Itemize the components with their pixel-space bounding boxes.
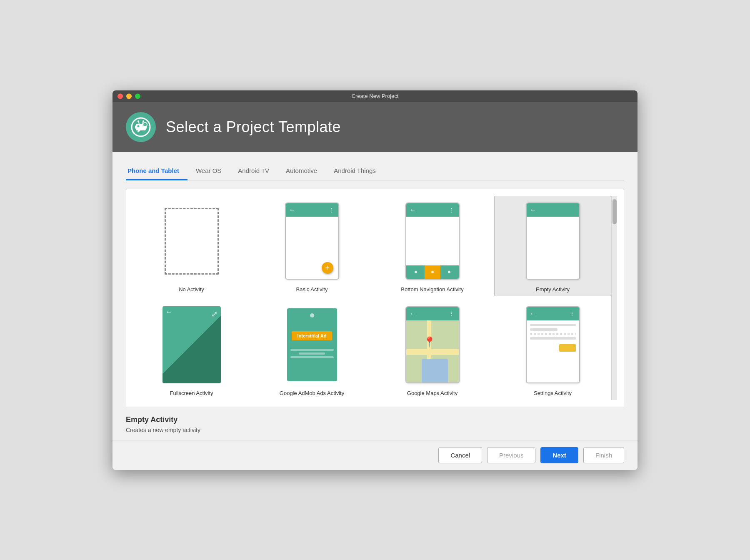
template-name-ad: Google AdMob Ads Activity: [280, 390, 344, 396]
settings-mockup: ← ⋮: [526, 306, 580, 383]
settings-line-1: [530, 324, 576, 326]
template-settings[interactable]: ← ⋮: [494, 300, 611, 400]
svg-point-5: [138, 125, 140, 127]
template-basic-activity[interactable]: ← ⋮ + Basic Activity: [253, 196, 370, 296]
template-name-fullscreen: Fullscreen Activity: [170, 390, 213, 396]
template-preview-maps: ← ⋮ 📍: [378, 303, 487, 387]
ad-line-2: [299, 352, 325, 355]
fab-icon: +: [322, 262, 333, 274]
window-controls: [118, 93, 140, 99]
template-name-bottom-nav: Bottom Navigation Activity: [401, 286, 463, 292]
settings-line-2: [530, 328, 558, 331]
svg-point-10: [142, 120, 144, 122]
map-view: 📍: [406, 320, 459, 383]
settings-line-dots: [530, 333, 576, 335]
settings-content: [527, 320, 579, 355]
previous-button[interactable]: Previous: [487, 447, 535, 463]
template-bottom-nav[interactable]: ← ⋮ Bottom Navigation Activity: [374, 196, 491, 296]
maximize-button[interactable]: [135, 93, 140, 99]
template-interstitial-ad[interactable]: Interstitial Ad Google AdMob Ads Activit…: [253, 300, 370, 400]
maps-toolbar: ← ⋮: [406, 307, 459, 320]
maps-back-icon: ←: [410, 310, 416, 318]
ad-dot-icon: [310, 313, 314, 318]
template-name-empty: Empty Activity: [536, 286, 570, 292]
template-preview-fullscreen: ← ⤢: [137, 303, 246, 387]
selected-template-name: Empty Activity: [126, 415, 624, 424]
template-name-settings: Settings Activity: [534, 390, 572, 396]
dialog-footer: Cancel Previous Next Finish: [112, 440, 638, 470]
nav-item-2: [425, 265, 440, 279]
nav-item-1: [408, 265, 424, 279]
template-google-maps[interactable]: ← ⋮ 📍 Google Maps Activity: [374, 300, 491, 400]
android-studio-logo: [126, 112, 156, 142]
dialog-window: Create New Project: [112, 90, 638, 470]
template-name-maps: Google Maps Activity: [407, 390, 458, 396]
template-grid: No Activity ← ⋮ +: [133, 196, 611, 400]
ad-mockup: Interstitial Ad: [287, 308, 337, 381]
basic-body: +: [286, 217, 338, 279]
template-empty-activity[interactable]: ← Empty Activity: [494, 196, 611, 296]
next-button[interactable]: Next: [540, 447, 578, 463]
template-preview-ad: Interstitial Ad: [257, 303, 367, 387]
fullscreen-mockup: ← ⤢: [162, 306, 221, 383]
settings-toolbar: ← ⋮: [527, 307, 579, 320]
back-arrow-icon-2: ←: [410, 206, 416, 214]
svg-rect-3: [135, 125, 137, 129]
template-preview-empty: ←: [498, 200, 608, 283]
tab-android-tv[interactable]: Android TV: [230, 164, 278, 180]
tab-automotive[interactable]: Automotive: [278, 164, 325, 180]
no-activity-icon: [165, 208, 219, 275]
selected-template-description: Creates a new empty activity: [126, 427, 624, 433]
template-preview-no-activity: [137, 200, 246, 283]
template-description-area: Empty Activity Creates a new empty activ…: [126, 407, 624, 440]
tab-android-things[interactable]: Android Things: [325, 164, 384, 180]
finish-button[interactable]: Finish: [583, 447, 624, 463]
bottom-nav-body: [406, 217, 459, 265]
ad-line-3: [290, 356, 334, 358]
empty-activity-mockup: ←: [526, 202, 580, 280]
interstitial-ad-label: Interstitial Ad: [292, 331, 332, 340]
template-preview-basic: ← ⋮ +: [257, 200, 367, 283]
tab-phone-and-tablet[interactable]: Phone and Tablet: [126, 164, 188, 180]
template-preview-bottom-nav: ← ⋮: [378, 200, 487, 283]
ad-lines: [290, 349, 334, 358]
more-icon-2: ⋮: [449, 207, 455, 213]
maps-mockup: ← ⋮ 📍: [405, 306, 460, 383]
map-road-horizontal: [406, 349, 459, 355]
ad-line-1: [290, 349, 334, 351]
bottom-navigation-bar: [406, 265, 459, 279]
svg-point-11: [143, 122, 147, 127]
bottom-nav-toolbar: ← ⋮: [406, 203, 459, 217]
nav-item-3: [441, 265, 457, 279]
map-water: [422, 359, 448, 383]
bottom-nav-mockup: ← ⋮: [405, 202, 460, 280]
window-title: Create New Project: [352, 93, 399, 99]
more-icon: ⋮: [328, 207, 335, 213]
fullscreen-expand-icon: ⤢: [211, 310, 218, 319]
fullscreen-back-icon: ←: [166, 308, 172, 316]
dialog-title: Select a Project Template: [166, 118, 341, 136]
settings-body-area: [527, 320, 579, 382]
template-preview-settings: ← ⋮: [498, 303, 608, 387]
basic-activity-mockup: ← ⋮ +: [285, 202, 339, 280]
close-button[interactable]: [118, 93, 123, 99]
cancel-button[interactable]: Cancel: [438, 447, 482, 463]
minimize-button[interactable]: [126, 93, 132, 99]
tab-bar: Phone and Tablet Wear OS Android TV Auto…: [126, 164, 624, 180]
settings-more-icon: ⋮: [569, 310, 576, 317]
template-name-basic: Basic Activity: [296, 286, 328, 292]
template-name-no-activity: No Activity: [179, 286, 204, 292]
template-fullscreen[interactable]: ← ⤢ Fullscreen Activity: [133, 300, 250, 400]
tab-wear-os[interactable]: Wear OS: [188, 164, 230, 180]
maps-more-icon: ⋮: [449, 310, 455, 317]
template-grid-container: No Activity ← ⋮ +: [126, 189, 624, 407]
template-no-activity[interactable]: No Activity: [133, 196, 250, 296]
dialog-content: Phone and Tablet Wear OS Android TV Auto…: [112, 152, 638, 440]
dialog-header: Select a Project Template: [112, 102, 638, 152]
settings-action-bar: [559, 344, 576, 352]
empty-body: [527, 217, 579, 279]
settings-back-icon: ←: [530, 310, 537, 318]
scrollbar[interactable]: [611, 196, 617, 400]
back-arrow-icon: ←: [289, 206, 296, 214]
svg-point-9: [138, 120, 139, 122]
